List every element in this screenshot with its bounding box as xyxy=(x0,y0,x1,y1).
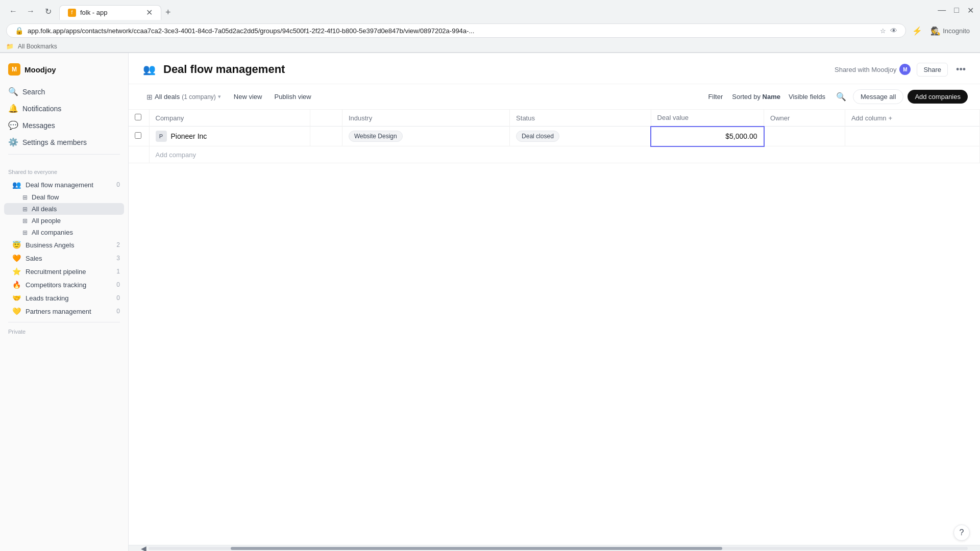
group-item-competitors-tracking[interactable]: 🔥 Competitors tracking 0 xyxy=(4,278,124,291)
deal-value: $5,000.00 xyxy=(725,132,757,140)
industry-badge: Website Design xyxy=(349,131,403,142)
group-count: 0 xyxy=(116,181,120,188)
address-bar[interactable]: 🔒 app.folk.app/apps/contacts/network/cca… xyxy=(6,23,906,38)
scroll-track[interactable] xyxy=(149,547,968,550)
table-container: Company Industry Status Deal value xyxy=(129,110,980,545)
scroll-thumb xyxy=(231,547,722,550)
group-icon: 👥 xyxy=(12,181,21,189)
select-all-checkbox[interactable] xyxy=(135,114,141,120)
sort-field: Name xyxy=(763,93,780,101)
window-controls: — □ ✕ xyxy=(938,6,974,19)
add-company-cell[interactable]: Add company xyxy=(149,146,980,163)
search-button[interactable]: 🔍 xyxy=(834,89,849,104)
sidebar-item-search[interactable]: 🔍 Search xyxy=(4,84,124,99)
sidebar-divider xyxy=(8,154,120,155)
sidebar-nav-label: Notifications xyxy=(22,105,61,113)
view-count: (1 company) xyxy=(182,93,216,101)
group-count: 3 xyxy=(116,255,120,262)
sub-icon: ⊞ xyxy=(22,217,28,224)
brand-name: Moodjoy xyxy=(24,65,56,74)
status-column-header: Status xyxy=(510,110,651,127)
message-all-button[interactable]: Message all xyxy=(853,89,903,104)
sidebar-sub-item-all-people[interactable]: ⊞ All people xyxy=(4,215,124,227)
brand-icon: M xyxy=(8,63,20,76)
add-companies-button[interactable]: Add companies xyxy=(908,90,968,104)
group-label: Partners management xyxy=(26,308,91,315)
toolbar-right: Filter Sorted by Name Visible fields 🔍 M… xyxy=(703,89,968,104)
table-icon: ⊞ xyxy=(146,93,153,101)
toolbar: ⊞ All deals (1 company) ▾ New view Publi… xyxy=(129,84,980,110)
forward-btn[interactable]: → xyxy=(23,4,38,18)
refresh-btn[interactable]: ↻ xyxy=(41,4,55,18)
minimize-btn[interactable]: — xyxy=(938,6,946,15)
table-header-row: Company Industry Status Deal value xyxy=(129,110,980,127)
status-cell[interactable]: Deal closed xyxy=(510,127,651,146)
group-count: 1 xyxy=(116,268,120,275)
group-item-sales[interactable]: 🧡 Sales 3 xyxy=(4,252,124,265)
owner-cell[interactable] xyxy=(764,127,845,146)
group-item-recruitment-pipeline[interactable]: ⭐ Recruitment pipeline 1 xyxy=(4,265,124,278)
sidebar-item-notifications[interactable]: 🔔 Notifications xyxy=(4,101,124,116)
settings-icon: ⚙️ xyxy=(8,137,18,147)
group-item-deal-flow-management[interactable]: 👥 Deal flow management 0 xyxy=(4,178,124,191)
incognito-badge: 🕵 Incognito xyxy=(926,24,974,38)
tab-title: folk - app xyxy=(80,9,107,16)
group-label: Sales xyxy=(26,255,42,262)
publish-view-button[interactable]: Publish view xyxy=(269,90,316,103)
row-checkbox[interactable] xyxy=(135,132,141,139)
browser-chrome: ← → ↻ f folk - app ✕ + — □ ✕ 🔒 app.folk.… xyxy=(0,0,980,53)
sidebar-item-messages[interactable]: 💬 Messages xyxy=(4,117,124,133)
group-item-leads-tracking[interactable]: 🤝 Leads tracking 0 xyxy=(4,291,124,305)
new-tab-btn[interactable]: + xyxy=(161,5,175,20)
add-company-label: Add company xyxy=(156,151,197,159)
incognito-label: Incognito xyxy=(943,27,970,35)
add-column-btn[interactable]: Add column + xyxy=(851,114,973,122)
bookmarks-bar: 📁 All Bookmarks xyxy=(0,41,980,53)
owner-column-header: Owner xyxy=(764,110,845,127)
new-view-button[interactable]: New view xyxy=(229,90,267,103)
add-column-cell xyxy=(845,127,979,146)
bookmark-icon[interactable]: ☆ xyxy=(880,27,886,35)
company-cell[interactable]: P Pioneer Inc xyxy=(149,127,310,146)
active-tab[interactable]: f folk - app ✕ xyxy=(59,5,161,20)
row-checkbox-cell xyxy=(129,127,149,146)
sub-label: Deal flow xyxy=(32,193,59,201)
page-title: Deal flow management xyxy=(163,63,285,76)
lock-icon: 🔒 xyxy=(15,27,23,35)
add-column-header[interactable]: Add column + xyxy=(845,110,979,127)
sidebar-sub-item-deal-flow[interactable]: ⊞ Deal flow xyxy=(4,191,124,203)
sidebar-sub-item-all-deals[interactable]: ⊞ All deals xyxy=(4,203,124,215)
company-name: Pioneer Inc xyxy=(171,132,207,140)
plus-icon: + xyxy=(889,114,893,122)
tab-favicon: f xyxy=(68,9,76,17)
close-btn[interactable]: ✕ xyxy=(967,6,974,15)
deals-table: Company Industry Status Deal value xyxy=(129,110,980,163)
sidebar-nav-label: Messages xyxy=(22,121,55,130)
add-column-label: Add column xyxy=(851,114,887,122)
extensions-btn[interactable]: ⚡ xyxy=(910,23,924,38)
more-options-button[interactable]: ••• xyxy=(954,62,968,77)
view-selector[interactable]: ⊞ All deals (1 company) ▾ xyxy=(141,90,227,104)
sidebar-item-settings[interactable]: ⚙️ Settings & members xyxy=(4,134,124,150)
tab-close-btn[interactable]: ✕ xyxy=(146,9,153,17)
help-button[interactable]: ? xyxy=(953,524,970,541)
header-actions: Shared with Moodjoy M Share ••• xyxy=(835,62,968,77)
deal-value-cell[interactable]: $5,000.00 xyxy=(651,127,764,146)
share-button[interactable]: Share xyxy=(917,63,948,77)
group-item-partners-management[interactable]: 💛 Partners management 0 xyxy=(4,305,124,318)
shared-with: Shared with Moodjoy M xyxy=(835,64,911,75)
sidebar-sub-item-all-companies[interactable]: ⊞ All companies xyxy=(4,227,124,238)
group-item-business-angels[interactable]: 😇 Business Angels 2 xyxy=(4,238,124,252)
bookmarks-icon: 📁 xyxy=(6,43,14,50)
filter-button[interactable]: Filter xyxy=(703,90,728,103)
search-icon: 🔍 xyxy=(8,87,18,96)
sub-icon: ⊞ xyxy=(22,229,28,236)
back-btn[interactable]: ← xyxy=(6,4,20,18)
sub-icon: ⊞ xyxy=(22,194,28,201)
add-company-row[interactable]: Add company xyxy=(129,146,980,163)
industry-cell[interactable]: Website Design xyxy=(342,127,509,146)
maximize-btn[interactable]: □ xyxy=(954,6,959,15)
visible-fields-button[interactable]: Visible fields xyxy=(785,90,829,103)
scroll-left-btn[interactable]: ◀ xyxy=(141,544,146,552)
sub-label: All people xyxy=(32,217,61,224)
